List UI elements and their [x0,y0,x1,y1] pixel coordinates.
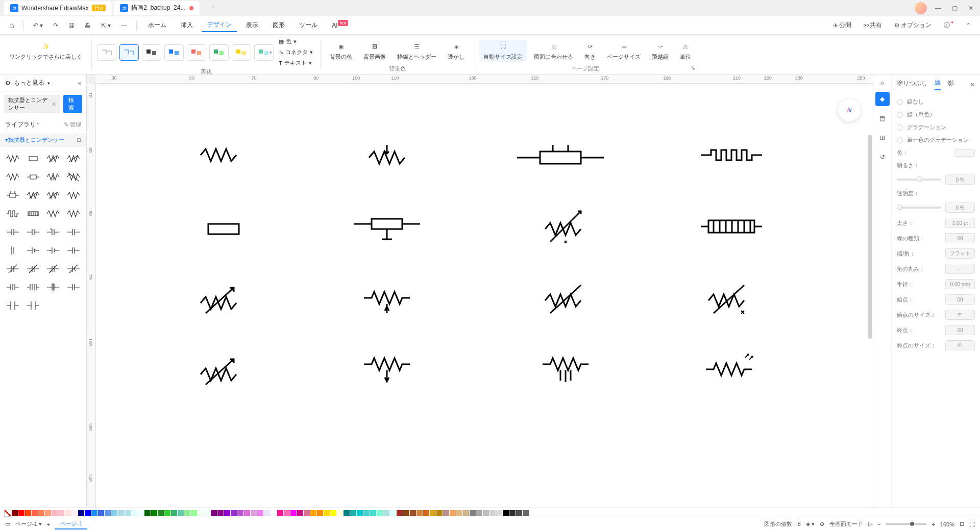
shape-r16[interactable] [64,205,83,222]
close-right-icon[interactable]: ✕ [970,81,975,88]
color-swatch[interactable] [496,510,502,516]
fit-width-icon[interactable]: ⊡ [960,521,964,527]
search-chip[interactable]: 抵抗器とコンデンサー✕ [4,95,60,113]
color-swatch[interactable] [58,510,64,516]
color-swatch[interactable] [85,510,91,516]
jump-line-button[interactable]: ⤻飛越線 [648,40,673,62]
color-swatch[interactable] [403,510,409,516]
color-swatch[interactable] [131,510,137,516]
color-swatch[interactable] [158,510,164,516]
color-swatch[interactable] [443,510,449,516]
ai-floating-button[interactable]: N [838,99,861,121]
add-tab-button[interactable]: + [202,1,224,15]
shape-r12[interactable] [64,187,83,204]
shape-resistor-var[interactable] [64,150,83,167]
zoom-out-button[interactable]: − [877,521,880,527]
share-button[interactable]: ⚯ 共有 [861,19,885,32]
line-none-radio[interactable]: 線なし [897,95,975,108]
color-swatch[interactable] [350,510,356,516]
theme-1[interactable] [97,44,116,61]
color-swatch[interactable] [503,510,509,516]
shape-cap12[interactable] [64,260,83,277]
color-swatch[interactable] [529,510,535,516]
color-swatch[interactable] [310,510,316,516]
color-swatch[interactable] [105,510,111,516]
color-swatch[interactable] [390,510,396,516]
color-swatch[interactable] [290,510,297,516]
color-swatch[interactable] [383,510,389,516]
shape-r7[interactable] [44,168,63,186]
color-swatch[interactable] [476,510,482,516]
fullscreen-button[interactable]: 全画面モード [829,520,863,528]
shape-resistor-box[interactable] [23,150,43,167]
shape-r9[interactable] [3,187,22,204]
color-swatch[interactable] [251,510,257,516]
line-solid-radio[interactable]: 線（単色） [897,108,975,121]
shape-c16[interactable] [64,279,83,296]
color-swatch[interactable] [224,510,230,516]
color-swatch[interactable] [509,510,516,516]
watermark-button[interactable]: ◈透かし [444,40,469,62]
canvas-shape[interactable] [540,354,596,386]
theme-2[interactable] [119,44,139,61]
zoom-value[interactable]: 160% [940,521,954,527]
menu-design[interactable]: デザイン [202,18,237,32]
fill-panel-icon[interactable]: ◆ [875,92,890,106]
end-value[interactable]: 00 [945,325,975,335]
opacity-slider[interactable] [897,207,941,209]
shape-cap2[interactable] [23,223,43,241]
theme-8[interactable]: ▾ [254,44,274,61]
bg-image-button[interactable]: 🖼背景画像 [359,40,390,62]
brightness-slider[interactable] [897,179,941,181]
color-swatch[interactable] [211,510,217,516]
color-swatch[interactable] [357,510,363,516]
color-swatch[interactable] [284,510,290,516]
shape-r14[interactable] [23,205,43,222]
color-swatch[interactable] [65,510,71,516]
manage-button[interactable]: ✎ 管理 [64,121,81,129]
shape-cap3[interactable] [44,223,63,241]
bg-color-button[interactable]: ▣背景の色 [326,40,356,62]
color-swatch[interactable] [304,510,310,516]
notification-button[interactable]: ⓘ● [941,19,957,32]
start-value[interactable]: 00 [945,294,975,305]
shape-c13[interactable] [3,279,22,296]
color-swatch[interactable] [344,510,350,516]
color-swatch[interactable] [237,510,243,516]
canvas-shape[interactable] [514,142,606,169]
color-swatch[interactable] [483,510,489,516]
canvas-shape[interactable] [198,354,244,391]
color-swatch[interactable] [416,510,423,516]
color-swatch[interactable] [144,510,151,516]
color-swatch[interactable] [264,510,270,516]
color-swatch[interactable] [397,510,403,516]
shape-cap1[interactable] [3,223,22,241]
color-swatch[interactable] [423,510,429,516]
shape-r11[interactable] [44,187,63,204]
shape-r5[interactable] [3,168,22,186]
category-options-icon[interactable]: ⊡ [77,137,81,143]
brightness-value[interactable]: 0 % [945,174,975,185]
fit-page-icon[interactable]: ⛶ [969,521,975,527]
color-swatch[interactable] [489,510,496,516]
color-swatch[interactable] [463,510,469,516]
shape-r8[interactable] [64,168,83,186]
print-button[interactable]: 🖶 [82,20,94,31]
auto-size-button[interactable]: ⛶自動サイズ設定 [479,40,527,62]
zoom-in-button[interactable]: + [932,521,935,527]
publish-button[interactable]: ✈ 公開 [830,19,854,32]
color-swatch[interactable] [38,510,44,516]
radius-value[interactable]: 0.00 mm [945,279,975,289]
color-swatch[interactable] [151,510,157,516]
line-single-grad-radio[interactable]: 単一色のグラデーション [897,134,975,146]
fit-drawing-button[interactable]: ◱図面に合わせる [530,40,577,62]
pages-icon[interactable]: ▭ [5,521,10,527]
color-swatch[interactable] [52,510,58,516]
color-swatch[interactable] [271,510,277,516]
zoom-slider[interactable] [886,523,926,525]
color-swatch[interactable] [12,510,18,516]
color-swatch[interactable] [191,510,197,516]
theme-5[interactable] [187,44,206,61]
thickness-value[interactable]: 2.00 pt [945,218,975,228]
color-swatch[interactable] [178,510,184,516]
